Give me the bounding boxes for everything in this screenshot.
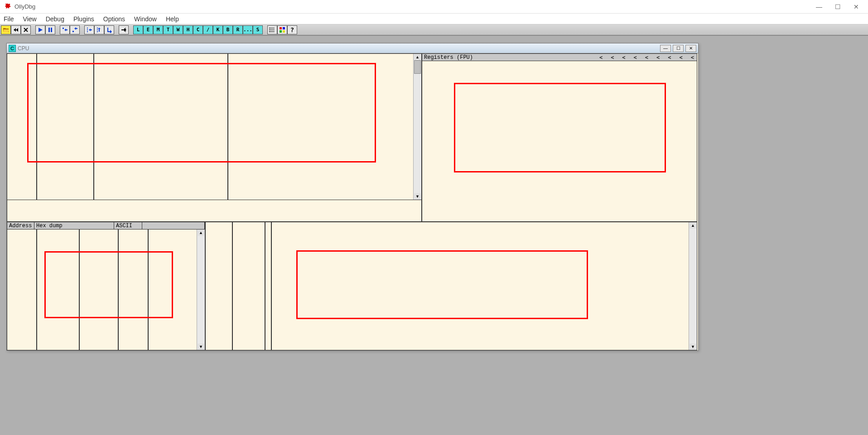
title-bar: OllyDbg — ☐ ✕ — [0, 0, 868, 14]
dump-pane[interactable]: Address Hex dump ASCII ▲ ▼ — [7, 222, 205, 350]
highlight-box — [454, 83, 666, 172]
chevron-left-icon[interactable]: < — [645, 54, 648, 61]
scroll-down-icon[interactable]: ▼ — [198, 344, 204, 350]
cpu-icon: C — [9, 45, 16, 52]
child-maximize-button[interactable]: ☐ — [673, 45, 684, 52]
scroll-up-icon[interactable]: ▲ — [198, 229, 204, 236]
trace-over-button[interactable] — [94, 25, 104, 34]
call-stack-button[interactable]: K — [213, 25, 223, 34]
run-trace-button[interactable]: ... — [243, 25, 253, 34]
svg-rect-3 — [280, 27, 282, 29]
open-button[interactable] — [1, 25, 11, 34]
pause-button[interactable] — [45, 25, 55, 34]
breakpoints-button[interactable]: B — [223, 25, 233, 34]
execute-till-return-button[interactable] — [104, 25, 114, 34]
registers-pane[interactable]: Registers (FPU) < < < < < < < < < — [422, 53, 697, 222]
scroll-thumb[interactable] — [414, 60, 421, 74]
svg-rect-5 — [280, 30, 282, 33]
dump-col-spacer — [142, 222, 205, 229]
memory-map-button[interactable]: M — [153, 25, 163, 34]
scroll-up-icon[interactable]: ▲ — [414, 54, 421, 60]
chevron-left-icon[interactable]: < — [656, 54, 660, 61]
source-button[interactable]: S — [253, 25, 263, 34]
svg-rect-6 — [283, 30, 285, 33]
info-pane — [7, 200, 422, 222]
dump-col-address[interactable]: Address — [7, 222, 34, 229]
maximize-button[interactable]: ☐ — [835, 3, 841, 10]
window-controls: — ☐ ✕ — [816, 3, 864, 10]
svg-point-0 — [269, 28, 270, 29]
svg-point-1 — [269, 29, 270, 30]
highlight-box — [44, 251, 173, 318]
highlight-box — [27, 63, 376, 163]
app-title: OllyDbg — [14, 3, 35, 10]
cpu-titlebar[interactable]: C CPU — ☐ ✕ — [7, 43, 698, 53]
options-button[interactable] — [267, 25, 277, 34]
menu-help[interactable]: Help — [166, 15, 179, 23]
cpu-window: C CPU — ☐ ✕ ▲ ▼ — [6, 43, 699, 351]
column-divider — [36, 229, 37, 350]
chevron-left-icon[interactable]: < — [599, 54, 603, 61]
disassembly-pane[interactable]: ▲ ▼ — [7, 53, 422, 200]
close-file-button[interactable] — [21, 25, 31, 34]
menu-debug[interactable]: Debug — [46, 15, 64, 23]
child-close-button[interactable]: ✕ — [685, 45, 696, 52]
dump-scrollbar[interactable]: ▲ ▼ — [197, 229, 205, 350]
stack-scrollbar[interactable]: ▲ ▼ — [689, 222, 697, 350]
highlight-box — [296, 250, 588, 319]
executable-modules-button[interactable]: E — [143, 25, 153, 34]
appearance-button[interactable] — [277, 25, 287, 34]
stack-pane[interactable]: ▲ ▼ — [205, 222, 697, 350]
menu-file[interactable]: File — [4, 15, 14, 23]
rewind-button[interactable] — [11, 25, 21, 34]
scroll-down-icon[interactable]: ▼ — [414, 193, 421, 200]
step-over-button[interactable] — [70, 25, 80, 34]
goto-button[interactable] — [119, 25, 129, 34]
dump-header[interactable]: Address Hex dump ASCII — [7, 222, 205, 229]
child-minimize-button[interactable]: — — [660, 45, 671, 52]
menu-plugins[interactable]: Plugins — [73, 15, 94, 23]
register-chevrons: < < < < < < < < < — [599, 54, 696, 61]
dump-col-hex[interactable]: Hex dump — [34, 222, 114, 229]
chevron-left-icon[interactable]: < — [622, 54, 625, 61]
minimize-button[interactable]: — — [816, 3, 822, 10]
svg-rect-4 — [283, 27, 285, 29]
chevron-left-icon[interactable]: < — [691, 54, 694, 61]
menu-window[interactable]: Window — [134, 15, 157, 23]
svg-point-2 — [269, 31, 270, 32]
cpu-window-title: CPU — [18, 45, 29, 52]
disasm-scrollbar[interactable]: ▲ ▼ — [413, 54, 421, 200]
threads-button[interactable]: T — [163, 25, 173, 34]
chevron-left-icon[interactable]: < — [680, 54, 683, 61]
references-button[interactable]: R — [233, 25, 243, 34]
app-icon — [4, 3, 12, 11]
registers-header-label: Registers (FPU) — [424, 54, 473, 61]
registers-header[interactable]: Registers (FPU) < < < < < < < < < — [422, 54, 697, 61]
log-window-button[interactable]: L — [133, 25, 143, 34]
chevron-left-icon[interactable]: < — [634, 54, 637, 61]
toolbar: L E M T W H C / K B R ... S ? — [0, 24, 868, 35]
run-button[interactable] — [35, 25, 45, 34]
windows-button[interactable]: W — [173, 25, 183, 34]
trace-into-button[interactable] — [84, 25, 94, 34]
step-into-button[interactable] — [60, 25, 70, 34]
menu-bar: File View Debug Plugins Options Window H… — [0, 14, 868, 24]
mdi-client: C CPU — ☐ ✕ ▲ ▼ — [0, 35, 868, 435]
scroll-down-icon[interactable]: ▼ — [690, 344, 696, 350]
dump-col-ascii[interactable]: ASCII — [114, 222, 142, 229]
column-divider — [232, 222, 233, 350]
help-button[interactable]: ? — [287, 25, 297, 34]
menu-options[interactable]: Options — [103, 15, 125, 23]
chevron-left-icon[interactable]: < — [611, 54, 614, 61]
column-divider — [265, 222, 265, 350]
handles-button[interactable]: H — [183, 25, 193, 34]
close-button[interactable]: ✕ — [854, 3, 859, 10]
chevron-left-icon[interactable]: < — [668, 54, 671, 61]
scroll-up-icon[interactable]: ▲ — [690, 222, 696, 229]
column-divider — [271, 222, 272, 350]
menu-view[interactable]: View — [23, 15, 37, 23]
patches-button[interactable]: / — [203, 25, 213, 34]
cpu-button[interactable]: C — [193, 25, 203, 34]
